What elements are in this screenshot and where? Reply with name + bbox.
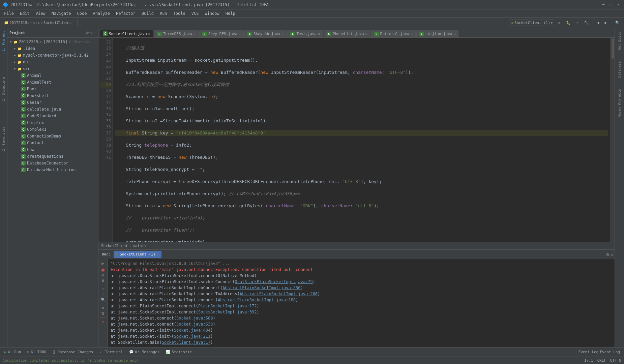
maven-projects-tab[interactable]: Maven Projects [616, 87, 623, 119]
menu-edit[interactable]: Edit [17, 10, 32, 17]
maximize-button[interactable]: □ [608, 2, 614, 8]
tab-close-skeydes[interactable]: ✕ [239, 32, 241, 36]
tree-item-src[interactable]: ▼ 📁 src [7, 65, 98, 72]
tree-item-complex[interactable]: ▶ C Complex [7, 119, 98, 126]
favorites-panel-tab[interactable]: 2: Favorites [0, 124, 7, 154]
menu-window[interactable]: Window [202, 10, 222, 17]
project-name-label: 20172315a [9, 21, 30, 25]
menu-analyze[interactable]: Analyze [90, 10, 113, 17]
forward-button[interactable]: ▶ [602, 20, 609, 26]
coverage-button[interactable]: ⚡ [574, 20, 581, 26]
menu-vcs[interactable]: VCS [189, 10, 202, 17]
run-filter-icon[interactable]: 🔍 [101, 298, 106, 302]
tree-item-mysql[interactable]: ▶ 📁 mysql-connector-java-5.1.42 [7, 52, 98, 59]
run-settings-icon[interactable]: ⚙ [606, 252, 609, 257]
run-stop-icon[interactable]: ■ [101, 267, 104, 272]
tool-bar: 📁 20172315a › src › SocketClient › ▶ Soc… [0, 18, 624, 28]
run-pause-icon[interactable]: ⏸ [101, 279, 105, 283]
tab-close-socketclient[interactable]: ✕ [148, 32, 150, 36]
minimize-button[interactable]: ─ [600, 2, 606, 8]
bottom-tab-statistic[interactable]: 📊 Statistic [163, 348, 195, 356]
menu-tools[interactable]: Tools [171, 10, 188, 17]
menu-help[interactable]: Help [223, 10, 238, 17]
bottom-tab-terminal[interactable]: ›_ Terminal [96, 348, 125, 356]
run-config-selector[interactable]: ▶ SocketClient (1) ▼ [509, 20, 555, 26]
close-button[interactable]: ✕ [615, 2, 621, 8]
code-content-area[interactable]: //编入流 InputStream inputStream = socket.g… [113, 38, 611, 242]
run-scroll-bottom-icon[interactable]: ⬇ [102, 292, 104, 297]
tab-test[interactable]: C Test.java ✕ [287, 30, 323, 37]
hide-icon[interactable]: ─ [94, 31, 96, 35]
tree-item-codestandard[interactable]: ▶ C CodeStandard [7, 113, 98, 119]
tab-close-skeykb[interactable]: ✕ [281, 32, 284, 36]
tree-item-cow[interactable]: ▶ C Cow [7, 146, 98, 153]
tab-skeydes[interactable]: C Skey_DES.java ✕ [199, 30, 244, 37]
search-everywhere-button[interactable]: 🔍 [613, 20, 622, 26]
run-x-icon[interactable]: ✕ [102, 319, 104, 324]
menu-view[interactable]: View [33, 10, 48, 17]
tree-item-animal[interactable]: ▶ C Animal [7, 72, 98, 79]
structure-panel-tab[interactable]: 2: Structure [0, 74, 7, 104]
breadcrumb-socketclient[interactable]: SocketClient [101, 244, 128, 248]
back-button[interactable]: ◀ [595, 20, 601, 26]
breadcrumb-main[interactable]: main() [133, 244, 146, 248]
tab-threedes[interactable]: C ThreeDES.java ✕ [154, 30, 199, 37]
menu-file[interactable]: File [1, 10, 17, 17]
tree-item-bookshelf[interactable]: ▶ C Bookshelf [7, 92, 98, 99]
menu-navigate[interactable]: Navigate [49, 10, 74, 17]
tree-item-animaltest[interactable]: ▶ C AnimalTest [7, 79, 98, 86]
run-trash-icon[interactable]: 🗑 [101, 311, 105, 315]
tab-socketclient[interactable]: C SocketClient.java ✕ [100, 30, 153, 37]
editor-scrollbar[interactable] [611, 38, 615, 242]
gear-icon[interactable]: ⚙ [90, 31, 93, 35]
menu-build[interactable]: Build [139, 10, 156, 17]
tree-item-caesar[interactable]: ▶ C Caesar [7, 99, 98, 106]
project-panel-tab[interactable]: 1: Project [0, 28, 7, 54]
tree-item-idea[interactable]: ▶ 📁 .idea [7, 45, 98, 52]
debug-button[interactable]: 🐛 [564, 20, 573, 26]
tab-phonelist[interactable]: C PhoneList.java ✕ [324, 30, 370, 37]
tree-item-createquestions[interactable]: ▶ C createquestions [7, 153, 98, 160]
run-scroll-top-icon[interactable]: ⬆ [102, 287, 104, 291]
bottom-tab-run[interactable]: ▶ 4: Run [1, 348, 24, 356]
toolbar-sep2 [593, 20, 593, 26]
tree-item-databasemodification[interactable]: ▶ C DatabaseModification [7, 166, 98, 173]
tab-skeykb[interactable]: C Skey_kb.java ✕ [244, 30, 287, 37]
tab-close-phonelist[interactable]: ✕ [365, 32, 367, 36]
menu-code[interactable]: Code [75, 10, 90, 17]
run-tab-socketclient[interactable]: ▶ SocketClient (1) ✕ [114, 251, 161, 258]
tree-item-calculate[interactable]: ▶ C calculate.java [7, 106, 98, 113]
tab-rational[interactable]: C Rational.java ✕ [371, 30, 416, 37]
tab-close-shijian[interactable]: ✕ [453, 32, 455, 36]
run-tab-close[interactable]: ✕ [157, 253, 158, 256]
run-button[interactable]: ▶ [557, 20, 563, 26]
menu-run[interactable]: Run [157, 10, 170, 17]
bottom-tab-event-log[interactable]: Event Log Event Log [576, 348, 623, 356]
database-tab[interactable]: Database [616, 59, 623, 80]
bottom-tab-messages[interactable]: 💬 0: Messages [126, 348, 162, 356]
tree-item-complex1[interactable]: ▶ C Complex1 [7, 126, 98, 133]
tree-item-databaseconnector[interactable]: ▶ C DatabaseConnector [7, 160, 98, 166]
tab-close-test[interactable]: ✕ [318, 32, 320, 36]
tree-item-root[interactable]: ▼ 📁 20172315a [20172315] C:\Users\hu... [7, 38, 98, 45]
tab-close-threedes[interactable]: ✕ [194, 32, 196, 36]
tab-close-rational[interactable]: ✕ [411, 32, 413, 36]
run-rerun-icon[interactable]: ⟳ [101, 273, 105, 278]
bottom-tab-todo[interactable]: ☑ 6: TODO [24, 348, 49, 356]
tree-item-book[interactable]: ▶ C Book [7, 86, 98, 92]
run-close-icon[interactable]: ✕ [611, 252, 613, 257]
code-editor[interactable]: 22 23 24 25 26 27 28 29 30 31 32 33 34 3… [98, 38, 615, 242]
ant-build-tab[interactable]: Ant Build [616, 30, 623, 52]
run-label: Run: [100, 252, 113, 256]
tree-item-contact[interactable]: ▶ C Contact [7, 140, 98, 146]
tree-item-out[interactable]: ▶ 📁 out [7, 59, 98, 65]
run-play-icon[interactable]: ▶ [101, 261, 104, 266]
project-nav-btn[interactable]: 📁 20172315a › src › SocketClient › [2, 20, 75, 26]
sync-icon[interactable]: ⟳ [86, 31, 89, 35]
tab-shijian[interactable]: C shijian.java ✕ [416, 30, 459, 37]
build-button[interactable]: 🔨 [582, 20, 591, 26]
menu-refactor[interactable]: Refactor [113, 10, 138, 17]
tree-item-connectiondemo[interactable]: ▶ C ConnectionDemo [7, 133, 98, 140]
bottom-tab-database-changes[interactable]: 🗄 Database Changes [50, 348, 96, 356]
run-settings2-icon[interactable]: ⚙ [102, 306, 104, 310]
